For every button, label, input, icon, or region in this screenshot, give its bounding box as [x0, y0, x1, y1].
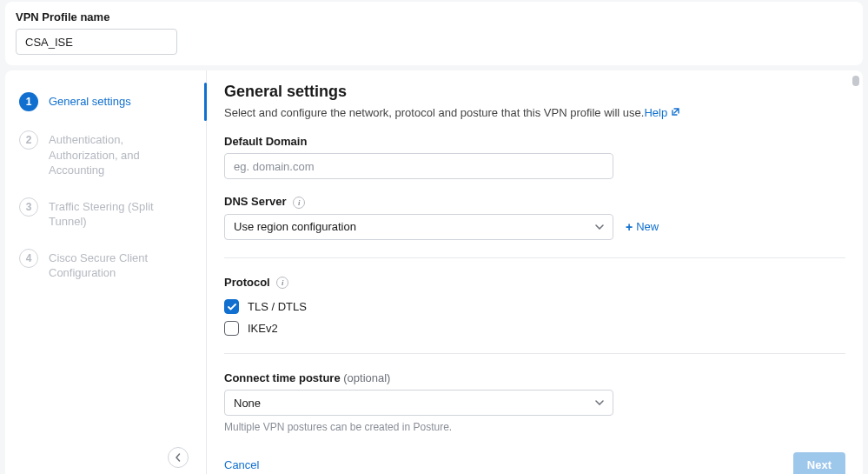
collapse-sidebar-button[interactable]	[168, 447, 189, 468]
step-traffic-steering[interactable]: 3 Traffic Steering (Split Tunnel)	[5, 188, 206, 239]
default-domain-input[interactable]	[224, 153, 613, 179]
new-dns-button[interactable]: + New	[626, 220, 659, 234]
chevron-down-icon	[595, 400, 604, 405]
step-label: Traffic Steering (Split Tunnel)	[49, 197, 192, 230]
step-label: Authentication, Authorization, and Accou…	[49, 130, 192, 178]
wizard-sidebar: 1 General settings 2 Authentication, Aut…	[5, 70, 207, 474]
step-general-settings[interactable]: 1 General settings	[5, 83, 206, 121]
divider	[224, 257, 845, 258]
plus-icon: +	[626, 220, 633, 234]
dns-server-label: DNS Server i	[224, 195, 305, 209]
help-link[interactable]: Help	[644, 106, 680, 119]
general-settings-panel: General settings Select and configure th…	[207, 70, 863, 474]
step-label: General settings	[49, 92, 131, 110]
default-domain-label: Default Domain	[224, 135, 307, 148]
posture-label: Connect time posture (optional)	[224, 371, 390, 384]
step-number: 3	[19, 197, 38, 217]
next-button[interactable]: Next	[793, 452, 845, 474]
page-description: Select and configure the network, protoc…	[224, 106, 845, 119]
info-icon[interactable]: i	[276, 277, 288, 289]
step-aaa[interactable]: 2 Authentication, Authorization, and Acc…	[5, 121, 206, 188]
page-title: General settings	[224, 83, 845, 101]
step-label: Cisco Secure Client Configuration	[49, 249, 192, 281]
dns-server-group: DNS Server i Use region configuration + …	[224, 195, 845, 240]
protocol-group: Protocol i TLS / DTLS IKEv2	[224, 276, 845, 337]
step-number: 2	[19, 130, 38, 150]
protocol-tls-dtls[interactable]: TLS / DTLS	[224, 299, 845, 314]
dns-row: Use region configuration + New	[224, 214, 845, 240]
select-value: Use region configuration	[234, 220, 356, 233]
protocol-ikev2[interactable]: IKEv2	[224, 321, 845, 336]
posture-group: Connect time posture (optional) None Mul…	[224, 371, 845, 433]
protocol-label: Protocol i	[224, 276, 288, 290]
external-link-icon	[671, 107, 680, 117]
step-client-config[interactable]: 4 Cisco Secure Client Configuration	[5, 239, 206, 290]
profile-name-input[interactable]	[16, 29, 177, 55]
chevron-down-icon	[595, 224, 604, 230]
select-value: None	[234, 397, 261, 410]
checkbox-unchecked	[224, 321, 239, 336]
wizard-footer: Cancel Next	[224, 452, 845, 474]
info-icon[interactable]: i	[293, 197, 305, 209]
content-wrap: General settings Select and configure th…	[207, 70, 863, 474]
default-domain-group: Default Domain	[224, 135, 845, 179]
wizard-container: 1 General settings 2 Authentication, Aut…	[5, 70, 863, 474]
description-text: Select and configure the network, protoc…	[224, 106, 644, 119]
profile-name-label: VPN Profile name	[16, 10, 852, 23]
step-number: 4	[19, 249, 38, 268]
scrollbar[interactable]	[852, 76, 859, 86]
cancel-button[interactable]: Cancel	[224, 458, 259, 471]
profile-header: VPN Profile name	[5, 2, 863, 65]
step-number: 1	[19, 92, 38, 111]
checkbox-label: IKEv2	[248, 322, 278, 335]
checkmark-icon	[228, 304, 236, 310]
checkbox-label: TLS / DTLS	[248, 300, 307, 313]
divider	[224, 353, 845, 354]
dns-server-select[interactable]: Use region configuration	[224, 214, 613, 240]
chevron-left-icon	[175, 453, 182, 462]
posture-select[interactable]: None	[224, 390, 613, 416]
posture-helper: Multiple VPN postures can be created in …	[224, 421, 845, 433]
checkbox-checked	[224, 299, 239, 314]
